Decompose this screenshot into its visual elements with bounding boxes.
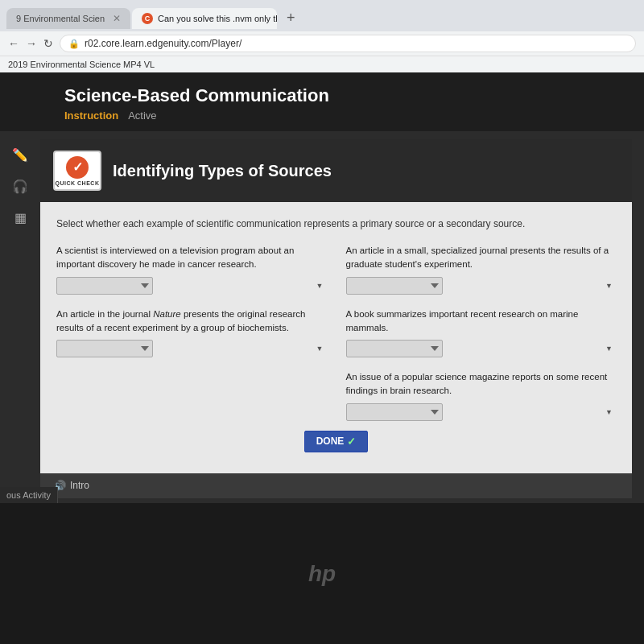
done-section: DONE ✓	[56, 431, 616, 459]
activity-title: Identifying Types of Sources	[113, 162, 332, 180]
question-text-2: An article in a small, specialized journ…	[346, 244, 617, 272]
quick-check-label: QUICK CHECK	[56, 180, 100, 186]
question-block-1: A scientist is interviewed on a televisi…	[56, 244, 327, 295]
question-text-3: An article in the journal Nature present…	[56, 308, 327, 336]
question-text-1: A scientist is interviewed on a televisi…	[56, 244, 327, 272]
tab-1-label: 9 Environmental Scien	[16, 14, 105, 23]
quick-check-badge: ✓ QUICK CHECK	[53, 151, 101, 191]
address-bar: ← → ↻ 🔒 r02.core.learn.edgenuity.com/Pla…	[0, 31, 644, 56]
grid-icon[interactable]: ▦	[14, 210, 27, 225]
tab-1-close[interactable]: ✕	[113, 13, 121, 24]
title-section: Science-Based Communication Instruction …	[0, 72, 644, 131]
question-block-3: An article in the journal Nature present…	[56, 308, 327, 358]
dropdown-1-arrow: ▼	[316, 282, 324, 290]
dropdown-3[interactable]: Primary Source Secondary Source	[56, 340, 153, 357]
headphones-icon[interactable]: 🎧	[12, 179, 28, 194]
taskbar-area: hp	[0, 503, 644, 644]
hp-logo: hp	[308, 561, 336, 587]
dropdown-5[interactable]: Primary Source Secondary Source	[346, 403, 443, 421]
browser-chrome: 9 Environmental Scien ✕ C Can you solve …	[0, 0, 644, 72]
dropdown-5-arrow: ▼	[605, 408, 613, 416]
breadcrumb: Instruction Active	[64, 109, 580, 122]
url-text: r02.core.learn.edgenuity.com/Player/	[85, 38, 242, 49]
forward-button[interactable]: →	[26, 37, 37, 50]
check-circle-icon: ✓	[66, 156, 89, 179]
question-text-5: An issue of a popular science magazine r…	[346, 370, 617, 398]
course-bar-text: 2019 Environmental Science MP4 VL	[8, 60, 155, 69]
breadcrumb-status: Active	[128, 109, 156, 122]
sidebar: ✏️ 🎧 ▦	[0, 131, 40, 506]
dropdown-4[interactable]: Primary Source Secondary Source	[346, 340, 443, 357]
dropdown-3-arrow: ▼	[316, 345, 324, 353]
tab-bar: 9 Environmental Scien ✕ C Can you solve …	[0, 0, 644, 31]
main-content: Science-Based Communication Instruction …	[0, 72, 644, 506]
tab-1[interactable]: 9 Environmental Scien ✕	[6, 8, 130, 29]
breadcrumb-instruction: Instruction	[64, 109, 118, 122]
intro-footer: 🔊 Intro	[40, 473, 632, 498]
questions-grid: A scientist is interviewed on a televisi…	[56, 244, 616, 421]
tab-2-icon: C	[142, 13, 153, 24]
pencil-icon[interactable]: ✏️	[12, 147, 28, 163]
done-checkmark-icon: ✓	[347, 436, 356, 448]
page-title: Science-Based Communication	[64, 85, 580, 106]
done-label: DONE	[316, 436, 345, 447]
question-block-4: A book summarizes important recent resea…	[346, 308, 617, 358]
instruction-text: Select whether each example of scientifi…	[56, 217, 616, 231]
previous-activity-label[interactable]: ous Activity	[0, 487, 58, 503]
dropdown-4-arrow: ▼	[605, 345, 613, 353]
new-tab-button[interactable]: +	[279, 5, 303, 31]
lock-icon: 🔒	[68, 39, 80, 49]
course-bar: 2019 Environmental Science MP4 VL	[0, 56, 644, 72]
question-block-5: An issue of a popular science magazine r…	[346, 370, 617, 421]
intro-button[interactable]: 🔊 Intro	[53, 480, 89, 492]
url-box[interactable]: 🔒 r02.core.learn.edgenuity.com/Player/	[60, 35, 636, 52]
question-area: Select whether each example of scientifi…	[40, 202, 632, 473]
tab-2[interactable]: C Can you solve this .nvm only the ✕	[132, 8, 277, 29]
question-block-2: An article in a small, specialized journ…	[346, 244, 617, 295]
reload-button[interactable]: ↻	[43, 37, 53, 50]
tab-2-label: Can you solve this .nvm only the	[158, 14, 277, 23]
activity-header: ✓ QUICK CHECK Identifying Types of Sourc…	[40, 139, 632, 202]
question-text-4: A book summarizes important recent resea…	[346, 308, 617, 336]
activity-panel: ✓ QUICK CHECK Identifying Types of Sourc…	[40, 139, 632, 498]
dropdown-2-arrow: ▼	[605, 282, 613, 290]
intro-label: Intro	[70, 480, 89, 491]
content-wrapper: ✏️ 🎧 ▦ ✓ QUICK CHECK Identifying Types o…	[0, 131, 644, 506]
back-button[interactable]: ←	[8, 37, 19, 50]
done-button[interactable]: DONE ✓	[304, 431, 369, 452]
dropdown-2[interactable]: Primary Source Secondary Source	[346, 277, 443, 295]
dropdown-1[interactable]: Primary Source Secondary Source	[56, 277, 153, 295]
